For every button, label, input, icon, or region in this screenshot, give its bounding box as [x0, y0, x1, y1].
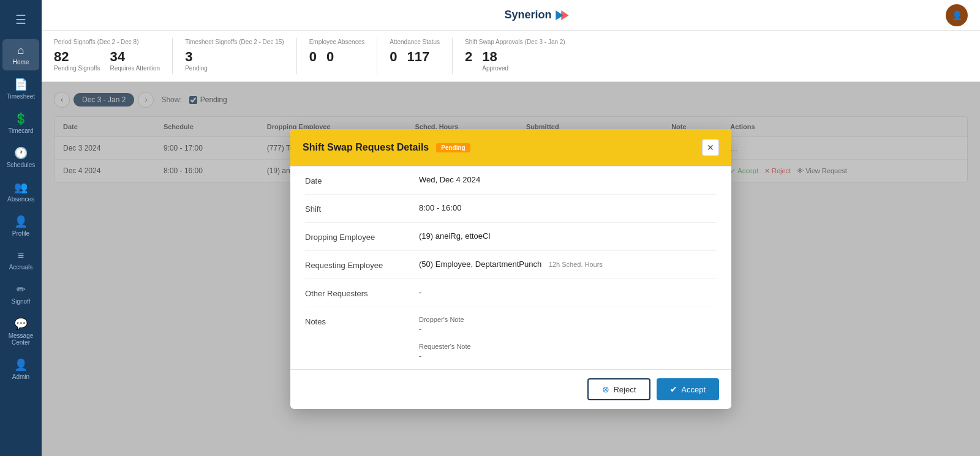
message-center-icon: 💬	[14, 317, 28, 331]
stat-attendance-n2: 117	[407, 49, 430, 65]
stat-shift-swap: Shift Swap Approvals (Dec 3 - Jan 2) 2 1…	[453, 38, 578, 74]
requester-note-label: Requester's Note	[419, 343, 717, 350]
stat-timesheet-n1: 3 Pending	[185, 49, 208, 72]
modal-requesting-sched: 12h Sched. Hours	[549, 261, 603, 268]
modal-row-requesting: Requesting Employee (50) Employee, Depta…	[305, 251, 717, 279]
sidebar-item-admin[interactable]: 👤 Admin	[2, 353, 39, 385]
modal-shift-label: Shift	[305, 203, 409, 214]
modal-title: Shift Swap Request Details	[303, 142, 429, 153]
sidebar-item-schedules[interactable]: 🕐 Schedules	[2, 141, 39, 173]
stat-absences-title: Employee Absences	[309, 38, 365, 45]
modal-dropping-label: Dropping Employee	[305, 231, 409, 242]
modal-row-date: Date Wed, Dec 4 2024	[305, 166, 717, 195]
sidebar-item-profile[interactable]: 👤 Profile	[2, 210, 39, 242]
modal-row-notes: Notes Dropper's Note - Requester's Note …	[305, 307, 717, 369]
timesheet-icon: 📄	[14, 78, 28, 91]
modal-date-label: Date	[305, 175, 409, 185]
accept-label: Accept	[681, 385, 706, 394]
app-logo: Synerion	[504, 9, 568, 21]
shift-swap-modal: Shift Swap Request Details Pending ✕ Dat…	[290, 129, 731, 409]
sidebar-item-signoff[interactable]: ✏ Signoff	[2, 278, 39, 310]
stat-attendance-n1: 0	[390, 49, 397, 65]
sidebar-item-home[interactable]: ⌂ Home	[2, 39, 39, 70]
reject-label: Reject	[613, 385, 636, 394]
sidebar-label-accruals: Accruals	[9, 264, 32, 271]
admin-icon: 👤	[14, 358, 28, 372]
stat-shift-n2: 18 Approved	[482, 49, 508, 72]
stat-absences-n2: 0	[326, 49, 334, 65]
stat-shift-title: Shift Swap Approvals (Dec 3 - Jan 2)	[465, 38, 565, 45]
stat-timesheet-title: Timesheet Signoffs (Dec 2 - Dec 15)	[185, 38, 284, 45]
modal-row-other: Other Requesters -	[305, 279, 717, 307]
hamburger-menu[interactable]: ☰	[2, 6, 39, 33]
sidebar-item-absences[interactable]: 👥 Absences	[2, 176, 39, 207]
signoff-icon: ✏	[17, 283, 26, 296]
sidebar-item-accruals[interactable]: ≡ Accruals	[2, 244, 39, 275]
sidebar-label-timesheet: Timesheet	[7, 93, 35, 100]
requester-note-value: -	[419, 351, 717, 361]
timecard-icon: 💲	[14, 112, 28, 125]
modal-header: Shift Swap Request Details Pending ✕	[290, 129, 731, 166]
stat-period-n1: 82 Pending Signoffs	[54, 49, 100, 72]
stat-period-title: Period Signoffs (Dec 2 - Dec 8)	[54, 38, 160, 45]
dropper-note-label: Dropper's Note	[419, 316, 717, 323]
sidebar-item-timecard[interactable]: 💲 Timecard	[2, 107, 39, 139]
reject-icon: ⊗	[602, 384, 609, 394]
modal-dropping-value: (19) aneiRg, ettoeCl	[419, 231, 717, 241]
sidebar-item-message-center[interactable]: 💬 Message Center	[2, 312, 39, 351]
stat-period-numbers: 82 Pending Signoffs 34 Requires Attentio…	[54, 49, 160, 72]
sidebar: ☰ ⌂ Home 📄 Timesheet 💲 Timecard 🕐 Schedu…	[0, 0, 42, 456]
logo-icon	[556, 10, 569, 20]
modal-other-value: -	[419, 288, 717, 297]
modal-row-dropping: Dropping Employee (19) aneiRg, ettoeCl	[305, 223, 717, 251]
stat-timesheet-numbers: 3 Pending	[185, 49, 284, 72]
sidebar-label-signoff: Signoff	[12, 298, 31, 305]
modal-overlay: Shift Swap Request Details Pending ✕ Dat…	[42, 82, 980, 456]
modal-reject-button[interactable]: ⊗ Reject	[587, 378, 650, 400]
stats-bar: Period Signoffs (Dec 2 - Dec 8) 82 Pendi…	[42, 31, 980, 82]
modal-shift-value: 8:00 - 16:00	[419, 203, 717, 212]
stat-period-signoffs: Period Signoffs (Dec 2 - Dec 8) 82 Pendi…	[54, 38, 173, 74]
stat-attendance: Attendance Status 0 117	[377, 38, 453, 74]
modal-accept-button[interactable]: ✔ Accept	[657, 378, 719, 400]
accruals-icon: ≡	[18, 249, 24, 262]
sidebar-label-timecard: Timecard	[8, 127, 33, 134]
stat-timesheet-signoffs: Timesheet Signoffs (Dec 2 - Dec 15) 3 Pe…	[173, 38, 296, 74]
main-content: Synerion 👤 Period Signoffs (Dec 2 - Dec …	[42, 0, 980, 456]
dropper-note-value: -	[419, 324, 717, 334]
avatar[interactable]: 👤	[946, 4, 968, 26]
modal-row-shift: Shift 8:00 - 16:00	[305, 195, 717, 223]
sidebar-label-home: Home	[13, 59, 29, 65]
modal-date-value: Wed, Dec 4 2024	[419, 175, 717, 184]
absences-icon: 👥	[14, 181, 28, 194]
modal-close-button[interactable]: ✕	[702, 139, 719, 156]
profile-icon: 👤	[14, 215, 28, 228]
modal-notes-label: Notes	[305, 316, 409, 326]
app-title: Synerion	[504, 9, 551, 21]
svg-marker-1	[561, 10, 568, 20]
page-area: ‹ Dec 3 - Jan 2 › Show: Pending Date Sch…	[42, 82, 980, 456]
sidebar-label-absences: Absences	[7, 196, 34, 203]
sidebar-label-profile: Profile	[12, 230, 29, 237]
stat-absences-n1: 0	[309, 49, 317, 65]
stat-shift-numbers: 2 18 Approved	[465, 49, 565, 72]
sidebar-item-timesheet[interactable]: 📄 Timesheet	[2, 73, 39, 105]
stat-attendance-title: Attendance Status	[390, 38, 440, 45]
modal-status-badge: Pending	[436, 143, 470, 152]
modal-footer: ⊗ Reject ✔ Accept	[290, 369, 731, 409]
stat-shift-n1: 2	[465, 49, 472, 72]
modal-requesting-employee: (50) Employee, DeptartmentPunch	[419, 260, 541, 269]
modal-requesting-label: Requesting Employee	[305, 260, 409, 270]
home-icon: ⌂	[18, 44, 24, 57]
sidebar-label-message-center: Message Center	[5, 332, 37, 346]
stat-absences-numbers: 0 0	[309, 49, 365, 65]
sidebar-label-admin: Admin	[12, 373, 29, 380]
stat-employee-absences: Employee Absences 0 0	[297, 38, 378, 74]
modal-other-label: Other Requesters	[305, 288, 409, 298]
modal-requesting-value: (50) Employee, DeptartmentPunch 12h Sche…	[419, 260, 717, 269]
sidebar-label-schedules: Schedules	[7, 162, 36, 168]
stat-period-n2: 34 Requires Attention	[110, 49, 160, 72]
modal-notes-value: Dropper's Note - Requester's Note -	[419, 316, 717, 361]
modal-body: Date Wed, Dec 4 2024 Shift 8:00 - 16:00 …	[290, 166, 731, 369]
accept-icon: ✔	[670, 384, 677, 394]
